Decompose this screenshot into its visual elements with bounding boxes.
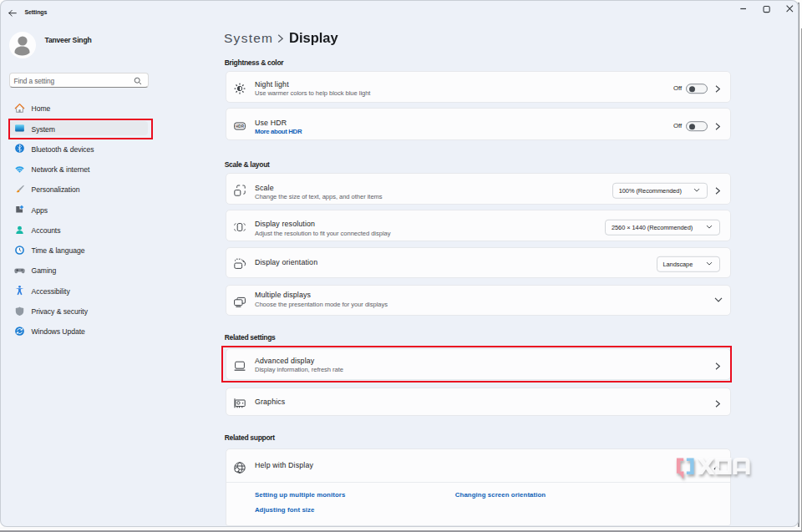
svg-text:HDR: HDR — [236, 124, 245, 129]
